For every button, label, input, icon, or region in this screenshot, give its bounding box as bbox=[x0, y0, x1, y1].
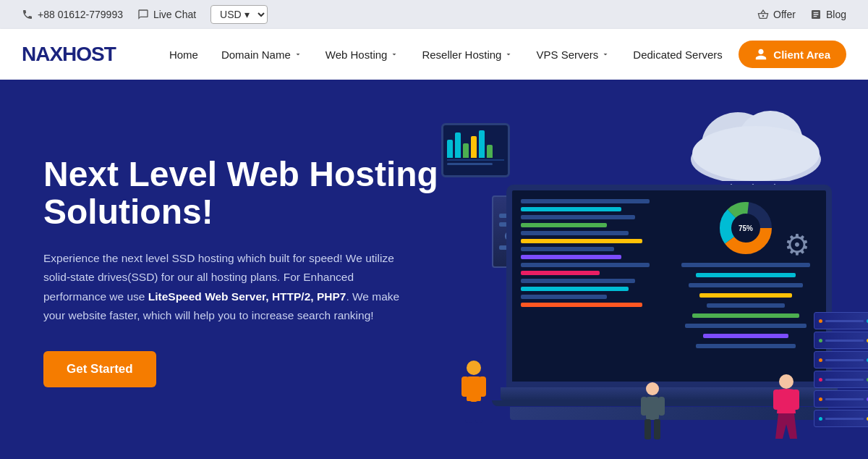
offer-label: Offer bbox=[773, 9, 796, 20]
offer-item[interactable]: Offer bbox=[757, 9, 796, 20]
svg-rect-12 bbox=[479, 376, 486, 397]
nav-links: Home Domain Name Web Hosting Reseller Ho… bbox=[159, 43, 739, 67]
server-rack bbox=[814, 312, 868, 427]
topbar: +88 01612-779993 Live Chat USD ▾ EUR GBP… bbox=[0, 0, 868, 29]
blog-icon bbox=[810, 9, 822, 20]
nav-web-hosting[interactable]: Web Hosting bbox=[315, 43, 409, 67]
phone-item[interactable]: +88 01612-779993 bbox=[22, 9, 123, 20]
svg-rect-16 bbox=[646, 397, 659, 420]
nav-vps[interactable]: VPS Servers bbox=[526, 43, 620, 67]
chevron-down-icon bbox=[294, 50, 302, 59]
offer-icon bbox=[757, 9, 769, 20]
hero-title: Next Level Web Hosting Solutions! bbox=[43, 156, 448, 232]
hero-description: Experience the next level SSD hosting wh… bbox=[43, 249, 420, 325]
client-area-button[interactable]: Client Area bbox=[739, 41, 846, 68]
chevron-down-icon bbox=[504, 50, 513, 59]
nav-dedicated[interactable]: Dedicated Servers bbox=[623, 43, 732, 67]
nav-domain[interactable]: Domain Name bbox=[211, 43, 312, 67]
get-started-button[interactable]: Get Started bbox=[43, 351, 156, 387]
nav-home[interactable]: Home bbox=[159, 43, 208, 67]
person-1 bbox=[456, 359, 492, 434]
person-2 bbox=[637, 381, 669, 452]
mini-monitor bbox=[441, 123, 510, 177]
phone-number: +88 01612-779993 bbox=[38, 9, 123, 20]
svg-text:75%: 75% bbox=[739, 224, 753, 232]
svg-rect-17 bbox=[641, 397, 647, 416]
topbar-right: Offer Blog bbox=[757, 9, 846, 20]
hero-illustration: 75% ⚙ bbox=[434, 87, 868, 459]
chat-icon bbox=[137, 9, 149, 20]
nav-reseller[interactable]: Reseller Hosting bbox=[412, 43, 523, 67]
svg-rect-11 bbox=[461, 376, 469, 397]
live-chat-label: Live Chat bbox=[153, 9, 196, 20]
currency-selector[interactable]: USD ▾ EUR GBP bbox=[210, 5, 268, 24]
svg-point-9 bbox=[467, 361, 481, 375]
hero-section: Next Level Web Hosting Solutions! Experi… bbox=[0, 80, 868, 459]
svg-rect-23 bbox=[792, 389, 799, 410]
blog-label: Blog bbox=[826, 9, 846, 20]
user-icon bbox=[754, 48, 767, 61]
site-logo[interactable]: NAXHOST bbox=[22, 43, 116, 66]
donut-chart: 75% bbox=[717, 199, 775, 257]
svg-rect-22 bbox=[773, 389, 780, 410]
hero-content: Next Level Web Hosting Solutions! Experi… bbox=[43, 156, 448, 388]
svg-point-3 bbox=[692, 126, 820, 181]
svg-rect-18 bbox=[658, 397, 665, 416]
navbar: NAXHOST Home Domain Name Web Hosting Res… bbox=[0, 29, 868, 80]
topbar-left: +88 01612-779993 Live Chat USD ▾ EUR GBP bbox=[22, 5, 743, 24]
svg-rect-19 bbox=[644, 419, 651, 439]
blog-item[interactable]: Blog bbox=[810, 9, 846, 20]
svg-point-15 bbox=[646, 382, 659, 395]
chevron-down-icon bbox=[601, 50, 610, 59]
svg-rect-20 bbox=[654, 419, 660, 439]
live-chat-item[interactable]: Live Chat bbox=[137, 9, 196, 20]
chevron-down-icon bbox=[390, 50, 399, 59]
phone-icon bbox=[22, 9, 33, 20]
person-3 bbox=[768, 374, 804, 449]
cloud-illustration bbox=[687, 101, 825, 184]
svg-point-21 bbox=[779, 374, 793, 389]
gear-icon-hero: ⚙ bbox=[784, 228, 810, 261]
svg-rect-13 bbox=[465, 401, 472, 423]
svg-rect-14 bbox=[475, 401, 482, 423]
